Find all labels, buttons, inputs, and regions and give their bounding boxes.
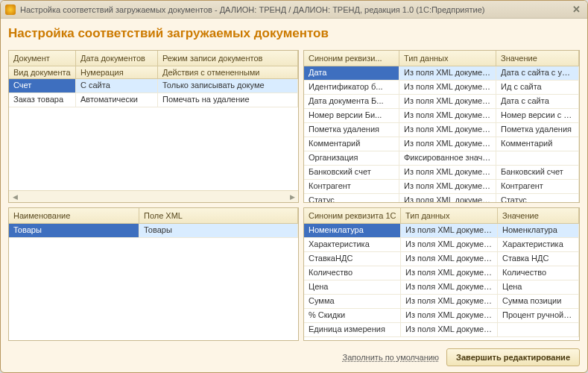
table-row[interactable]: ОрганизацияФиксированное значе... (304, 151, 579, 166)
table-cell[interactable]: Характеристика (498, 238, 579, 251)
table-row[interactable]: Банковский счетИз поля XML документаБанк… (304, 166, 579, 180)
table-cell[interactable]: Из поля XML документа (401, 295, 498, 308)
requisites-grid[interactable]: Синоним реквизи... Тип данных Значение Д… (303, 50, 580, 203)
table-cell[interactable]: Только записывать докуме (158, 79, 298, 93)
table-cell[interactable]: Сумма (304, 295, 401, 308)
col-synonym-1c[interactable]: Синоним реквизита 1С (304, 208, 401, 223)
tables-grid-body[interactable]: ТоварыТовары (9, 224, 298, 340)
table-requisites-grid-body[interactable]: НоменклатураИз поля XML документаНоменкл… (304, 224, 579, 340)
table-cell[interactable]: Из поля XML документа (399, 137, 496, 151)
col-value-2[interactable]: Значение (498, 208, 579, 223)
table-cell[interactable]: Товары (9, 224, 139, 237)
table-cell[interactable]: Пометка удаления (496, 123, 579, 137)
col-doc-date[interactable]: Дата документов (76, 51, 158, 66)
table-row[interactable]: Идентификатор б...Из поля XML документаИ… (304, 81, 579, 95)
table-cell[interactable]: Единица измерения (304, 323, 401, 336)
table-cell[interactable]: Помечать на удаление (158, 93, 298, 107)
col-name[interactable]: Наименование (9, 208, 139, 223)
table-cell[interactable]: Счет (9, 79, 76, 93)
requisites-grid-body[interactable]: ДатаИз поля XML документаДата с сайта с … (304, 66, 579, 202)
table-cell[interactable]: Номенклатура (304, 224, 401, 237)
table-cell[interactable]: Из поля XML документа (399, 180, 496, 193)
table-cell[interactable]: Ид с сайта (496, 81, 579, 94)
fill-default-link[interactable]: Заполнить по умолчанию (343, 353, 440, 362)
table-cell[interactable]: Пометка удаления (304, 123, 399, 137)
table-cell[interactable]: Номенклатура (498, 224, 579, 237)
table-row[interactable]: КоличествоИз поля XML документаКоличеств… (304, 266, 579, 280)
table-cell[interactable]: Из поля XML документа (401, 280, 498, 294)
table-cell[interactable]: Дата документа Б... (304, 95, 399, 108)
col-write-mode[interactable]: Режим записи документов (158, 51, 298, 66)
col-xml-field[interactable]: Поле XML (139, 208, 298, 223)
table-cell[interactable]: Сумма позиции (498, 295, 579, 308)
documents-grid[interactable]: Документ Дата документов Режим записи до… (8, 50, 299, 203)
table-cell[interactable]: Из поля XML документа (399, 166, 496, 179)
table-row[interactable]: КонтрагентИз поля XML документаКонтраген… (304, 180, 579, 194)
table-cell[interactable]: Банковский счет (496, 166, 579, 179)
table-cell[interactable]: Контрагент (304, 180, 399, 193)
table-row[interactable]: СтатусИз поля XML документаСтатус (304, 194, 579, 202)
table-cell[interactable]: Цена (304, 280, 401, 294)
table-row[interactable]: СуммаИз поля XML документаСумма позиции (304, 295, 579, 309)
table-row[interactable]: Заказ товараАвтоматическиПомечать на уда… (9, 93, 298, 107)
table-cell[interactable]: Цена (498, 280, 579, 294)
table-cell[interactable]: Характеристика (304, 238, 401, 251)
table-row[interactable]: СчетС сайтаТолько записывать докуме (9, 79, 298, 93)
table-cell[interactable]: Дата с сайта с учетом на... (496, 66, 579, 80)
table-cell[interactable]: Банковский счет (304, 166, 399, 179)
table-cell[interactable]: Комментарий (304, 137, 399, 151)
table-cell[interactable]: Из поля XML документа (399, 81, 496, 94)
table-row[interactable]: Пометка удаленияИз поля XML документаПом… (304, 123, 579, 137)
table-cell[interactable]: Организация (304, 151, 399, 165)
table-cell[interactable]: Из поля XML документа (401, 224, 498, 237)
table-cell[interactable]: Статус (304, 194, 399, 202)
table-cell[interactable]: Из поля XML документа (399, 123, 496, 137)
table-row[interactable]: ДатаИз поля XML документаДата с сайта с … (304, 66, 579, 81)
table-row[interactable]: ЦенаИз поля XML документаЦена (304, 280, 579, 295)
table-cell[interactable]: Ставка НДС (498, 252, 579, 266)
table-cell[interactable]: Номер версии с сайта (496, 109, 579, 122)
table-cell[interactable]: Номер версии Би... (304, 109, 399, 122)
documents-grid-body[interactable]: СчетС сайтаТолько записывать докумеЗаказ… (9, 79, 298, 190)
tables-grid[interactable]: Наименование Поле XML ТоварыТовары (8, 207, 299, 341)
table-row[interactable]: ХарактеристикаИз поля XML документаХарак… (304, 238, 579, 252)
table-row[interactable]: Номер версии Би...Из поля XML документаН… (304, 109, 579, 123)
table-cell[interactable]: Из поля XML документа (399, 95, 496, 108)
close-icon[interactable]: ✕ (569, 4, 583, 16)
finish-button[interactable]: Завершить редактирование (446, 348, 580, 366)
table-row[interactable]: Единица измеренияИз поля XML документа (304, 323, 579, 337)
table-cell[interactable]: Автоматически (76, 93, 158, 107)
col-document[interactable]: Документ (9, 51, 76, 66)
table-cell[interactable]: Дата (304, 66, 399, 80)
col-value[interactable]: Значение (496, 51, 579, 66)
table-cell[interactable]: Фиксированное значе... (399, 151, 496, 165)
table-cell[interactable]: Дата с сайта (496, 95, 579, 108)
table-cell[interactable]: Процент ручной скидки (498, 309, 579, 322)
table-cell[interactable]: Из поля XML документа (401, 266, 498, 280)
table-cell[interactable]: Из поля XML документа (399, 66, 496, 80)
scroll-right-icon[interactable]: ▶ (286, 193, 298, 201)
table-row[interactable]: НоменклатураИз поля XML документаНоменкл… (304, 224, 579, 238)
col-datatype-2[interactable]: Тип данных (401, 208, 498, 223)
table-requisites-grid[interactable]: Синоним реквизита 1С Тип данных Значение… (303, 207, 580, 341)
table-cell[interactable]: Из поля XML документа (401, 309, 498, 322)
table-cell[interactable]: Идентификатор б... (304, 81, 399, 94)
table-cell[interactable]: Количество (498, 266, 579, 280)
table-cell[interactable]: Контрагент (496, 180, 579, 193)
table-cell[interactable] (498, 323, 579, 336)
col-datatype[interactable]: Тип данных (399, 51, 496, 66)
documents-grid-hscroll[interactable]: ◀ ▶ (9, 190, 298, 202)
table-cell[interactable]: Товары (139, 224, 298, 237)
table-cell[interactable]: С сайта (76, 79, 158, 93)
table-cell[interactable]: Статус (496, 194, 579, 202)
table-row[interactable]: % СкидкиИз поля XML документаПроцент руч… (304, 309, 579, 323)
table-cell[interactable] (496, 151, 579, 165)
table-cell[interactable]: Из поля XML документа (399, 109, 496, 122)
table-cell[interactable]: Из поля XML документа (399, 194, 496, 202)
table-row[interactable]: КомментарийИз поля XML документаКоммента… (304, 137, 579, 151)
table-cell[interactable]: Заказ товара (9, 93, 76, 107)
col-synonym[interactable]: Синоним реквизи... (304, 51, 399, 66)
table-row[interactable]: СтавкаНДСИз поля XML документаСтавка НДС (304, 252, 579, 266)
table-cell[interactable]: Количество (304, 266, 401, 280)
scroll-left-icon[interactable]: ◀ (9, 193, 21, 201)
